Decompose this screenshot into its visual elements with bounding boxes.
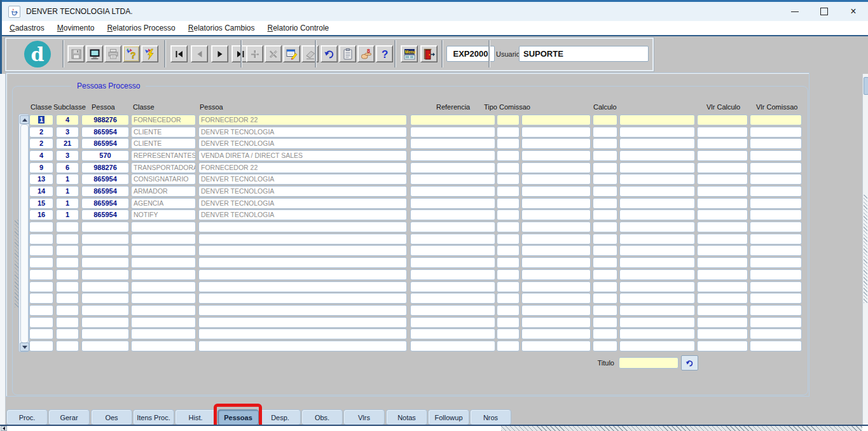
grid-cell-pessoa[interactable] [81,269,129,280]
tab-vlrs[interactable]: Vlrs [343,409,385,425]
grid-cell-classe[interactable]: 13 [29,174,53,185]
tab-hist[interactable]: Hist. [175,409,216,425]
grid-cell-subclasse[interactable]: 1 [56,174,79,185]
grid-cell-tipo_b[interactable] [521,162,591,173]
scroll-left-button[interactable] [1,426,7,431]
grid-cell-referencia[interactable] [410,329,495,339]
grid-cell-vlr_calculo[interactable] [697,245,748,256]
grid-cell-calc_b[interactable] [619,115,695,125]
grid-cell-pessoa[interactable]: 865954 [81,138,129,149]
grid-cell-vlr_comissao[interactable] [750,305,802,316]
grid-cell-classe[interactable] [29,234,53,244]
grid-cell-calc_b[interactable] [619,234,695,244]
search-window-button[interactable] [283,45,300,62]
grid-cell-classe[interactable]: 2 [29,127,53,138]
grid-cell-vlr_comissao[interactable] [750,115,802,125]
grid-cell-vlr_calculo[interactable] [697,257,748,268]
maximize-button[interactable] [809,2,839,21]
grid-cell-vlr_comissao[interactable] [750,293,802,304]
grid-cell-tipo_b[interactable] [521,257,591,268]
grid-cell-vlr_calculo[interactable] [697,127,748,138]
grid-cell-pessoa[interactable] [81,293,129,304]
grid-cell-vlr_comissao[interactable] [750,198,802,209]
grid-scrollbar[interactable] [18,114,29,352]
grid-cell-tipo_a[interactable] [497,174,520,185]
grid-cell-tipo_a[interactable] [497,269,520,280]
tab-obs[interactable]: Obs. [301,409,343,425]
grid-cell-calc_a[interactable] [593,341,617,351]
grid-cell-tipo_a[interactable] [497,317,520,328]
grid-cell-calc_b[interactable] [619,209,695,220]
grid-cell-vlr_calculo[interactable] [697,150,748,161]
grid-cell-pessoa[interactable] [81,245,129,256]
grid-cell-referencia[interactable] [410,222,495,232]
tab-proc[interactable]: Proc. [6,409,48,425]
grid-cell-tipo_b[interactable] [521,305,591,316]
grid-cell-tipo_a[interactable] [497,257,520,268]
grid-cell-calc_a[interactable] [593,174,617,185]
grid-cell-pessoa[interactable]: 988276 [81,162,129,173]
save-button[interactable] [67,45,85,62]
grid-cell-tipo_b[interactable] [521,127,591,138]
grid-cell-calc_b[interactable] [619,341,695,351]
grid-cell-tipo_b[interactable] [521,198,591,209]
grid-cell-subclasse[interactable] [56,269,79,280]
grid-cell-vlr_comissao[interactable] [750,138,802,149]
grid-cell-calc_b[interactable] [619,269,695,280]
grid-cell-vlr_comissao[interactable] [750,162,802,173]
tab-itensproc[interactable]: Itens Proc. [133,409,174,425]
grid-cell-vlr_comissao[interactable] [750,150,802,161]
close-button[interactable]: × [839,2,868,21]
grid-cell-calc_a[interactable] [593,150,617,161]
grid-cell-vlr_calculo[interactable] [697,209,748,220]
grid-cell-subclasse[interactable] [56,234,79,244]
clipboard-button[interactable] [339,45,356,62]
grid-cell-classe[interactable] [29,257,53,268]
grid-cell-calc_a[interactable] [593,198,617,209]
menu-movimento[interactable]: Movimento [51,24,101,32]
grid-cell-subclasse[interactable] [56,257,79,268]
grid-cell-referencia[interactable] [410,174,495,185]
grid-cell-tipo_a[interactable] [497,234,520,244]
grid-cell-subclasse[interactable]: 3 [56,127,79,138]
right-scrollbar-thumb[interactable] [864,77,868,95]
grid-cell-tipo_a[interactable] [497,127,520,138]
grid-cell-tipo_a[interactable] [497,341,520,351]
titulo-field[interactable] [619,357,679,369]
grid-cell-calc_b[interactable] [619,257,695,268]
grid-cell-vlr_calculo[interactable] [697,138,748,149]
grid-cell-classe[interactable]: 9 [29,162,53,173]
grid-cell-tipo_b[interactable] [521,293,591,304]
grid-cell-subclasse[interactable]: 1 [56,198,79,209]
enter-query-button[interactable]: ? [123,45,140,62]
undo-button[interactable] [320,45,338,62]
grid-cell-calc_b[interactable] [619,174,695,185]
grid-cell-tipo_b[interactable] [521,150,591,161]
grid-cell-vlr_calculo[interactable] [697,293,748,304]
tab-notas[interactable]: Notas [386,409,427,425]
grid-cell-pessoa[interactable]: 988276 [81,115,129,125]
grid-cell-pessoa[interactable]: 865954 [81,186,129,197]
grid-cell-calc_b[interactable] [619,162,695,173]
titulo-undo-button[interactable] [681,355,698,371]
grid-cell-calc_b[interactable] [619,305,695,316]
grid-cell-subclasse[interactable] [56,317,79,328]
grid-scrollbar-thumb[interactable] [20,124,29,343]
grid-cell-calc_b[interactable] [619,222,695,232]
nav-prev-button[interactable] [191,45,208,62]
menu-relatorios-processo[interactable]: Relatorios Processo [100,24,181,32]
grid-cell-vlr_calculo[interactable] [697,198,748,209]
print-button[interactable] [104,45,121,62]
grid-cell-referencia[interactable] [410,127,495,138]
grid-cell-pessoa[interactable] [81,341,129,351]
grid-cell-referencia[interactable] [410,305,495,316]
grid-cell-tipo_b[interactable] [521,245,591,256]
grid-cell-tipo_a[interactable] [497,293,520,304]
grid-cell-classe[interactable] [29,269,53,280]
grid-cell-calc_a[interactable] [593,186,617,197]
grid-cell-vlr_comissao[interactable] [750,186,802,197]
grid-cell-tipo_b[interactable] [521,234,591,244]
grid-cell-tipo_b[interactable] [521,329,591,339]
grid-cell-subclasse[interactable] [56,329,79,339]
delete-record-button[interactable] [265,45,282,62]
